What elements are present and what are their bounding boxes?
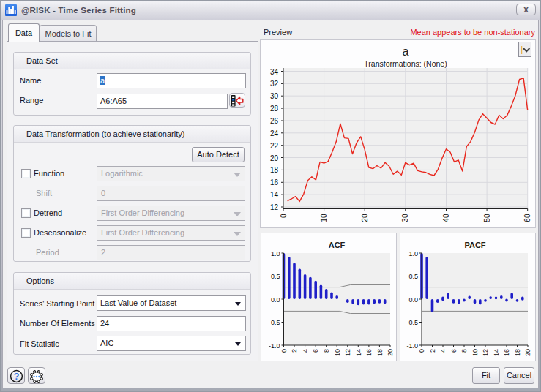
svg-text:2: 2	[291, 349, 298, 353]
svg-text:14: 14	[270, 191, 279, 199]
svg-text:?: ?	[13, 372, 19, 382]
svg-text:12: 12	[482, 349, 489, 356]
svg-text:20: 20	[524, 349, 531, 356]
svg-text:a: a	[403, 45, 409, 58]
svg-text:2: 2	[429, 349, 436, 353]
svg-text:-0.5: -0.5	[406, 319, 418, 326]
svg-text:14: 14	[355, 349, 362, 356]
svg-text:10: 10	[334, 349, 341, 356]
svg-text:26: 26	[270, 117, 279, 125]
svg-text:20: 20	[387, 349, 394, 356]
svg-text:-1.0: -1.0	[406, 342, 418, 350]
svg-text:30: 30	[270, 92, 279, 100]
svg-text:24: 24	[270, 129, 279, 137]
svg-text:Transformations: (None): Transformations: (None)	[364, 59, 447, 68]
svg-text:16: 16	[365, 349, 373, 356]
svg-text:32: 32	[270, 80, 279, 88]
svg-text:22: 22	[270, 142, 279, 150]
svg-text:0.0: 0.0	[271, 296, 280, 304]
svg-text:14: 14	[493, 349, 500, 356]
svg-text:PACF: PACF	[464, 241, 485, 249]
svg-text:0: 0	[418, 349, 425, 353]
svg-text:50: 50	[483, 214, 491, 222]
svg-text:30: 30	[401, 214, 409, 222]
svg-text:10: 10	[471, 349, 479, 356]
svg-text:ACF: ACF	[329, 241, 346, 249]
svg-text:34: 34	[270, 68, 279, 76]
svg-text:6: 6	[312, 349, 319, 353]
svg-text:16: 16	[270, 178, 279, 186]
svg-text:20: 20	[270, 154, 279, 162]
svg-text:4: 4	[439, 349, 447, 353]
svg-text:0.5: 0.5	[271, 273, 280, 280]
svg-text:40: 40	[442, 214, 450, 222]
svg-text:0.5: 0.5	[408, 273, 418, 280]
svg-text:-0.5: -0.5	[269, 319, 280, 326]
svg-text:0.0: 0.0	[408, 296, 418, 304]
svg-text:18: 18	[514, 349, 521, 356]
svg-text:12: 12	[270, 203, 279, 211]
svg-text:8: 8	[460, 349, 468, 353]
svg-text:28: 28	[270, 105, 279, 113]
svg-text:6: 6	[450, 349, 458, 353]
svg-text:12: 12	[344, 349, 351, 356]
svg-text:-1.0: -1.0	[269, 342, 280, 350]
svg-text:18: 18	[376, 349, 384, 356]
svg-text:0: 0	[280, 349, 288, 353]
svg-text:0: 0	[280, 214, 288, 218]
svg-text:20: 20	[361, 214, 369, 222]
svg-text:16: 16	[503, 349, 510, 356]
svg-text:4: 4	[302, 349, 309, 353]
svg-text:1.0: 1.0	[271, 250, 280, 257]
svg-text:1.0: 1.0	[408, 250, 418, 257]
svg-text:60: 60	[523, 214, 531, 222]
svg-text:10: 10	[320, 214, 328, 222]
svg-text:8: 8	[323, 349, 330, 353]
svg-text:18: 18	[270, 166, 279, 174]
